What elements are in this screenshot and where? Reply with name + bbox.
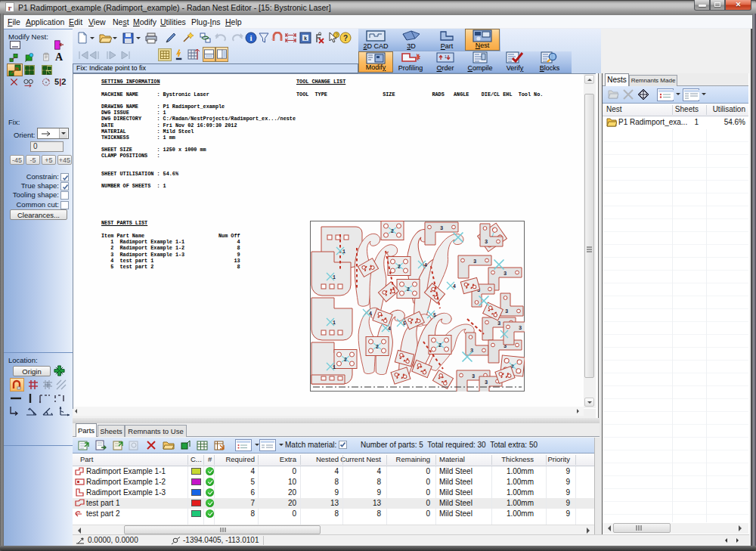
svg-text:1: 1	[445, 54, 447, 59]
svg-text:5: 5	[433, 313, 436, 318]
svg-text:1: 1	[342, 249, 345, 255]
svg-text:1: 1	[333, 320, 336, 326]
svg-text:4: 4	[388, 327, 391, 332]
svg-text:4: 4	[369, 311, 372, 317]
svg-text:1: 1	[333, 275, 336, 280]
svg-text:?: ?	[335, 33, 338, 38]
svg-text:1: 1	[333, 365, 336, 370]
svg-text:i: i	[249, 33, 252, 42]
svg-text:4: 4	[453, 284, 456, 289]
svg-text:5: 5	[403, 321, 406, 327]
svg-text:4: 4	[424, 263, 427, 268]
svg-text:?: ?	[343, 34, 348, 42]
svg-text:k: k	[304, 36, 307, 41]
